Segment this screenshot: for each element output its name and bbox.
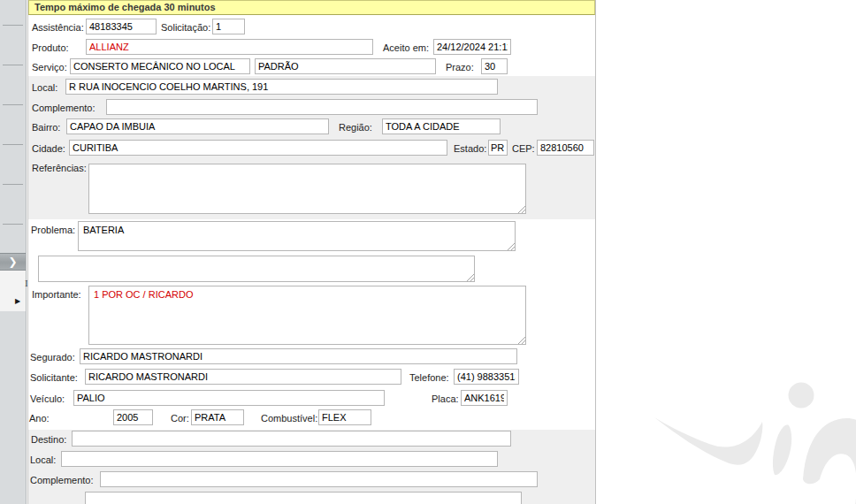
ano-label: Ano: xyxy=(29,413,50,424)
segurado-input[interactable] xyxy=(80,348,517,364)
cor-label: Cor: xyxy=(171,413,189,424)
combustivel-label: Combustível: xyxy=(261,413,317,424)
combustivel-input[interactable] xyxy=(318,409,371,425)
servico-input[interactable] xyxy=(70,58,250,74)
prazo-input[interactable] xyxy=(481,58,508,74)
destino-complemento-label: Complemento: xyxy=(30,475,94,486)
sidebar-grip-line xyxy=(3,104,23,105)
prazo-label: Prazo: xyxy=(446,62,474,73)
segurado-label: Segurado: xyxy=(30,352,75,363)
bairro-label: Bairro: xyxy=(32,122,60,134)
telefone-input[interactable] xyxy=(454,369,519,385)
aceito-em-label: Aceito em: xyxy=(383,42,429,54)
destino-input[interactable] xyxy=(72,431,511,447)
watermark-swoosh xyxy=(654,417,762,465)
destino-complemento-input[interactable] xyxy=(100,471,538,487)
destino-label: Destino: xyxy=(31,434,66,446)
servico-tipo-input[interactable] xyxy=(255,58,436,74)
assistencia-label: Assistência: xyxy=(32,22,84,34)
page-title: Tempo máximo de chegada 30 minutos xyxy=(28,0,595,15)
sidebar-grip-line xyxy=(3,65,23,65)
sidebar-divider xyxy=(26,0,27,504)
veiculo-input[interactable] xyxy=(73,390,385,406)
aceito-em-input[interactable] xyxy=(433,39,511,55)
referencias-textarea[interactable] xyxy=(88,164,526,214)
sidebar-grip-line xyxy=(3,25,23,26)
sidebar-expand-button[interactable]: ❯ xyxy=(0,253,26,271)
servico-label: Serviço: xyxy=(32,62,67,73)
sidebar-grip-line xyxy=(3,184,23,185)
ano-input[interactable] xyxy=(113,409,153,425)
problema-textarea[interactable]: BATERIA xyxy=(78,221,516,251)
importante-textarea[interactable]: 1 POR OC / RICARDO xyxy=(88,286,526,345)
cidade-label: Cidade: xyxy=(32,143,65,155)
referencias-label: Referências: xyxy=(32,163,87,174)
cep-input[interactable] xyxy=(537,140,594,156)
service-order-page: { "header": { "title": "Tempo máximo de … xyxy=(0,0,856,504)
watermark-i-dot xyxy=(789,383,814,409)
cidade-input[interactable] xyxy=(69,140,447,156)
destino-obs-textarea[interactable] xyxy=(85,492,522,504)
watermark-i-body xyxy=(773,425,791,476)
sidebar-panel xyxy=(0,0,27,253)
solicitante-label: Solicitante: xyxy=(30,372,78,384)
chevron-right-icon: ❯ xyxy=(8,256,17,268)
observacao-textarea[interactable] xyxy=(38,256,475,282)
watermark-arc xyxy=(803,418,856,504)
cor-input[interactable] xyxy=(191,409,244,425)
splitter-arrow-icon[interactable]: ▶ xyxy=(15,296,26,307)
brand-watermark-logo xyxy=(654,371,856,504)
telefone-label: Telefone: xyxy=(409,372,449,384)
produto-input[interactable] xyxy=(86,39,373,55)
panel-right-border xyxy=(595,0,596,504)
destino-local-label: Local: xyxy=(30,454,56,466)
regiao-label: Região: xyxy=(339,122,372,134)
solicitante-input[interactable] xyxy=(85,369,401,385)
complemento-label: Complemento: xyxy=(32,103,96,114)
sidebar-grip-line xyxy=(3,224,23,225)
sidebar-grip-line xyxy=(3,144,23,145)
importante-label: Importante: xyxy=(32,289,81,301)
produto-label: Produto: xyxy=(32,42,69,54)
veiculo-label: Veículo: xyxy=(30,393,65,405)
sidebar-panel-lower xyxy=(0,311,27,504)
assistencia-input[interactable] xyxy=(86,19,157,34)
placa-label: Placa: xyxy=(432,393,459,405)
local-input[interactable] xyxy=(65,79,498,95)
local-label: Local: xyxy=(32,82,57,94)
estado-label: Estado: xyxy=(454,143,486,155)
solicitacao-label: Solicitação: xyxy=(161,22,210,34)
cep-label: CEP: xyxy=(512,143,535,155)
destino-local-input[interactable] xyxy=(61,451,498,467)
complemento-input[interactable] xyxy=(106,99,538,115)
estado-input[interactable] xyxy=(488,140,508,156)
placa-input[interactable] xyxy=(461,390,508,406)
problema-label: Problema: xyxy=(31,225,75,236)
regiao-input[interactable] xyxy=(382,118,501,134)
solicitacao-input[interactable] xyxy=(212,19,245,34)
bairro-input[interactable] xyxy=(66,118,329,134)
